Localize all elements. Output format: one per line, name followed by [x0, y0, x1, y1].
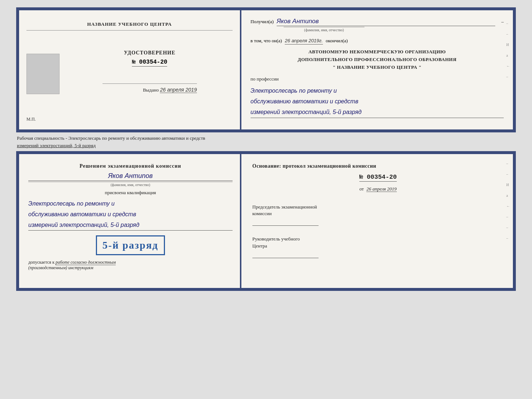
middle-text-block: Рабочая специальность - Электрослесарь п… [16, 132, 516, 151]
issued-label: Выдано 26 апреля 2019 [143, 87, 197, 94]
issued-date: 26 апреля 2019 [160, 87, 197, 93]
date-value: 26 апреля 2019г. [285, 38, 323, 44]
profession-label: по профессии [251, 76, 504, 82]
fio-sublabel-bottom: (фамилия, имя, отчество) [28, 182, 233, 187]
top-left-panel: НАЗВАНИЕ УЧЕБНОГО ЦЕНТРА УДОСТОВЕРЕНИЕ №… [19, 10, 241, 129]
top-right-panel: Получил(а) Яков Антипов – (фамилия, имя,… [241, 10, 513, 129]
head-signature-line [252, 251, 319, 258]
allows-text: работе согласно должностным [55, 260, 116, 265]
cert-center: УДОСТОВЕРЕНИЕ № 00354-20 Выдано 26 апрел… [62, 31, 197, 113]
document-wrapper: НАЗВАНИЕ УЧЕБНОГО ЦЕНТРА УДОСТОВЕРЕНИЕ №… [16, 7, 516, 291]
middle-text-line2: измерений электростанций, 5-й разряд [17, 142, 515, 149]
qualification-text: Электрослесарь по ремонту и обслуживанию… [28, 199, 233, 231]
org-description: АВТОНОМНУЮ НЕКОММЕРЧЕСКУЮ ОРГАНИЗАЦИЮ ДО… [251, 48, 504, 71]
bottom-document: Решением экзаменационной комиссии Яков А… [16, 151, 516, 291]
qualification-label: присвоена квалификация [28, 190, 233, 196]
ot-date-value: 26 апреля 2019 [366, 186, 396, 192]
head-block: Руководитель учебного Центра [252, 236, 504, 258]
middle-text-line1: Рабочая специальность - Электрослесарь п… [17, 135, 515, 142]
cert-number: № 00354-20 [132, 59, 167, 67]
mp-label: М.П. [26, 117, 36, 122]
bottom-right-panel: Основание: протокол экзаменационной коми… [241, 154, 513, 288]
side-decorations-bottom: – – И а ← – – – [506, 161, 510, 240]
profession-text: Электрослесарь по ремонту и обслуживанию… [251, 86, 504, 118]
fio-sublabel-top: (фамилия, имя, отчество) [284, 27, 364, 32]
allows-text2: (производственным) инструкциям [28, 265, 233, 271]
received-label: Получил(а) [251, 19, 274, 25]
person-name-bottom: Яков Антипов [28, 172, 233, 181]
rank-badge: 5-й разряд [96, 235, 165, 255]
top-document: НАЗВАНИЕ УЧЕБНОГО ЦЕНТРА УДОСТОВЕРЕНИЕ №… [16, 7, 516, 132]
date-prefix: в том, что он(а) [251, 38, 282, 44]
allows-block: допускается к работе согласно должностны… [28, 260, 233, 271]
commission-title: Решением экзаменационной комиссии [28, 163, 233, 169]
head-title: Руководитель учебного Центра [252, 236, 504, 249]
osnov-title: Основание: протокол экзаменационной коми… [252, 163, 504, 169]
cert-label: УДОСТОВЕРЕНИЕ [124, 50, 175, 56]
chairman-block: Председатель экзаменационной комиссии [252, 204, 504, 226]
chairman-title: Председатель экзаменационной комиссии [252, 204, 504, 217]
date-suffix: окончил(а) [326, 38, 348, 44]
recipient-name: Яков Антипов [277, 18, 496, 26]
side-decorations-top: – – И а ← – [506, 21, 510, 79]
bottom-left-panel: Решением экзаменационной комиссии Яков А… [19, 154, 241, 288]
org-title-top: НАЗВАНИЕ УЧЕБНОГО ЦЕНТРА [26, 21, 233, 31]
chairman-signature-line [252, 218, 319, 226]
protocol-number: № 00354-20 [359, 174, 397, 182]
ot-date: от 26 апреля 2019 [359, 186, 396, 192]
photo-placeholder [26, 54, 60, 94]
